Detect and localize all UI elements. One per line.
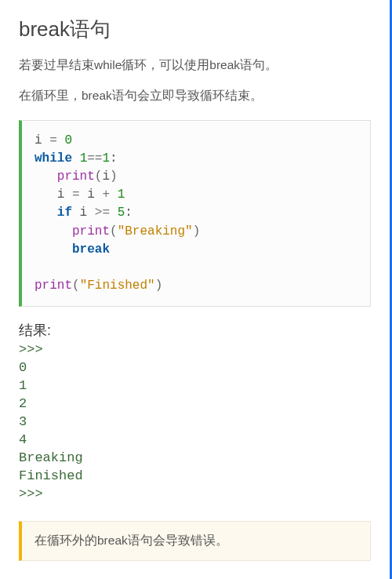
code-token: i xyxy=(34,133,49,147)
code-token: "Finished" xyxy=(80,279,155,293)
code-block: i = 0 while 1==1: print(i) i = i + 1 if … xyxy=(19,120,371,308)
code-token: if xyxy=(57,206,72,220)
code-token: ) xyxy=(155,279,163,293)
code-token: i xyxy=(72,206,95,220)
code-token: 1 xyxy=(102,151,110,166)
code-token: ( xyxy=(95,169,103,184)
code-token: ) xyxy=(193,224,201,239)
note-box: 在循环外的break语句会导致错误。 xyxy=(19,521,371,561)
result-label: 结果: xyxy=(19,321,371,340)
code-token: 1 xyxy=(80,151,88,166)
code-token: 0 xyxy=(64,133,72,147)
code-token xyxy=(34,169,57,184)
code-token: i xyxy=(34,188,72,202)
code-token: print xyxy=(57,169,95,184)
intro-paragraph-2: 在循环里，break语句会立即导致循环结束。 xyxy=(19,86,371,106)
code-token: : xyxy=(125,206,132,220)
code-token: ( xyxy=(110,224,118,239)
code-token: = xyxy=(72,188,87,202)
code-token: + xyxy=(102,188,117,202)
code-token: i xyxy=(102,169,110,184)
code-token: == xyxy=(87,151,102,166)
code-token: while xyxy=(34,151,72,166)
code-token: 1 xyxy=(118,188,125,202)
code-token: "Breaking" xyxy=(118,224,193,239)
result-output: >>> 0 1 2 3 4 Breaking Finished >>> xyxy=(19,341,371,503)
code-token: ( xyxy=(72,279,80,293)
code-token xyxy=(34,206,57,220)
code-token xyxy=(34,242,72,257)
code-token: ) xyxy=(110,169,118,184)
code-token: : xyxy=(110,151,118,166)
code-token xyxy=(34,224,72,239)
code-token: break xyxy=(72,242,110,257)
code-token: i xyxy=(87,188,102,202)
code-token xyxy=(72,151,80,166)
code-token: 5 xyxy=(118,206,125,220)
page: break语句 若要过早结束while循环，可以使用break语句。 在循环里，… xyxy=(0,0,392,579)
code-token: print xyxy=(34,279,72,293)
intro-paragraph-1: 若要过早结束while循环，可以使用break语句。 xyxy=(19,56,371,75)
code-token: = xyxy=(49,133,64,147)
page-title: break语句 xyxy=(19,16,371,43)
code-token: >= xyxy=(95,206,118,220)
code-token: print xyxy=(72,224,110,239)
